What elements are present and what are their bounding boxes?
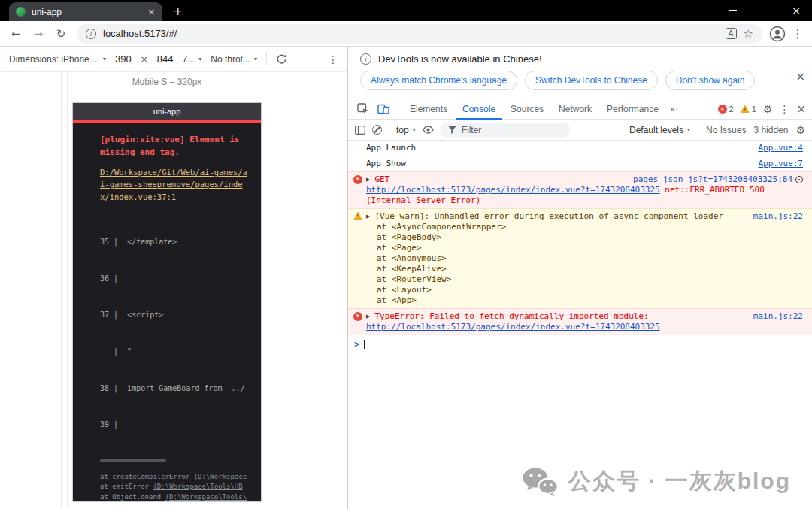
component-stack-line: at <Anonymous> [366, 253, 803, 264]
warning-count: 1 [752, 105, 756, 114]
banner-text: DevTools is now available in Chinese! [378, 53, 542, 65]
code-frame: 35 | </template> 36 | 37 | <script> | ^ … [100, 212, 250, 456]
context-select[interactable]: top ▾ [396, 125, 416, 135]
maximize-button[interactable] [749, 0, 780, 21]
source-link[interactable]: App.vue:7 [758, 159, 803, 169]
expand-triangle-icon[interactable]: ▶ [366, 314, 370, 320]
dont-show-again-button[interactable]: Don't show again [665, 71, 756, 90]
switch-chinese-button[interactable]: Switch DevTools to Chinese [525, 71, 658, 90]
throttle-select-label: No throt... [211, 54, 250, 65]
url-text[interactable]: localhost:5173/#/ [103, 28, 719, 39]
back-icon[interactable]: ← [6, 24, 26, 44]
match-language-button[interactable]: Always match Chrome's language [360, 71, 517, 90]
console-prompt[interactable]: > [348, 335, 812, 353]
component-stack-line: at <PageBody> [366, 232, 803, 243]
source-link[interactable]: App.vue:4 [758, 143, 803, 153]
device-height-input[interactable]: 844 [157, 53, 174, 65]
console-settings-gear-icon[interactable]: ⚙ [795, 124, 805, 136]
request-url-link[interactable]: http://localhost:5173/pages/index/index.… [366, 185, 660, 195]
hidden-messages-counter[interactable]: 3 hidden [753, 125, 788, 135]
stack-file-link[interactable]: (D:\Workspace\Tools\ [165, 493, 247, 501]
error-text: TypeError: Failed to fetch dynamically i… [374, 311, 648, 321]
source-link[interactable]: main.js:22 [753, 311, 803, 322]
wechat-icon [522, 467, 558, 497]
request-initiator-icon[interactable] [795, 176, 803, 183]
component-stack-line: at <Layout> [366, 285, 803, 295]
stack-file-link[interactable]: (D:\Workspace [194, 473, 247, 480]
device-width-input[interactable]: 390 [115, 53, 132, 65]
error-file-link[interactable]: D:/Workspace/Git/Web/ai-games/ai-games-s… [100, 166, 250, 203]
log-levels-select[interactable]: Default levels ▾ [629, 125, 690, 135]
minimize-icon [729, 10, 737, 11]
warning-icon: ! [353, 212, 362, 220]
devtools-menu-icon[interactable]: ⋮ [779, 103, 789, 115]
clear-console-icon[interactable] [372, 125, 382, 135]
tab-network[interactable]: Network [552, 98, 598, 120]
code-line: 35 | </template> [100, 236, 250, 248]
console-log-row: App Show App.vue:7 [348, 156, 812, 172]
banner-close-icon[interactable]: × [795, 70, 805, 83]
translate-icon[interactable]: A [726, 28, 737, 39]
tab-performance[interactable]: Performance [600, 98, 665, 120]
chevron-down-icon: ▾ [687, 126, 690, 133]
site-info-icon[interactable]: i [86, 29, 96, 39]
devtools-pane: i DevTools is now available in Chinese! … [347, 47, 812, 509]
source-link[interactable]: main.js:22 [753, 211, 803, 222]
tab-sources[interactable]: Sources [504, 98, 550, 120]
language-banner: i DevTools is now available in Chinese! … [348, 47, 812, 98]
dimensions-times-icon: × [141, 54, 148, 65]
console-error-typeerror: × ▶TypeError: Failed to fetch dynamicall… [348, 308, 812, 335]
more-tabs-icon[interactable]: » [667, 104, 678, 114]
funnel-icon [448, 126, 456, 134]
zoom-select[interactable]: 7... ▾ [183, 54, 202, 65]
chevron-down-icon: ▾ [198, 56, 201, 62]
browser-menu-icon[interactable]: ⋮ [789, 24, 806, 44]
expand-triangle-icon[interactable]: ▶ [366, 214, 370, 220]
browser-tab[interactable]: uni-app × [9, 2, 162, 21]
stack-file-link[interactable]: (D:\Workspace\Tools\HB [153, 483, 242, 490]
vite-error-overlay[interactable]: [plugin:vite:vue] Element is missing end… [73, 120, 261, 501]
live-expression-eye-icon[interactable] [423, 126, 434, 134]
filter-box[interactable] [441, 123, 570, 138]
log-text: App Show [366, 159, 406, 168]
bookmark-star-icon[interactable]: ☆ [744, 27, 753, 41]
device-toolbar-toggle-icon[interactable] [374, 101, 393, 117]
module-url-link[interactable]: http://localhost:5173/pages/index/index.… [366, 322, 660, 332]
code-scrollbar[interactable] [100, 459, 166, 462]
inspect-icon[interactable] [353, 101, 372, 117]
browser-window: uni-app × + × ← → ↻ i localhost:5173/#/ … [0, 0, 812, 509]
toolbar-separator [698, 124, 698, 136]
console-error-network: × ▶GET http://localhost:5173/pages/index… [348, 171, 812, 209]
maximize-icon [762, 8, 768, 14]
throttle-select[interactable]: No throt... ▾ [211, 54, 257, 65]
warning-count-badge[interactable]: ! 1 [741, 105, 756, 114]
console-filter-input[interactable] [462, 125, 562, 135]
address-bar[interactable]: i localhost:5173/#/ A ☆ [77, 24, 762, 44]
error-count-badge[interactable]: × 2 [718, 105, 734, 114]
console-sidebar-icon[interactable] [355, 126, 365, 135]
rotate-icon[interactable] [276, 54, 287, 64]
device-preset-label[interactable]: Mobile S – 320px [73, 77, 261, 87]
close-window-button[interactable]: × [780, 0, 812, 21]
settings-gear-icon[interactable]: ⚙ [763, 103, 773, 115]
tab-console[interactable]: Console [456, 98, 502, 120]
tab-elements[interactable]: Elements [403, 98, 454, 120]
minimize-button[interactable] [717, 0, 749, 21]
source-link[interactable]: pages-json-js?t=1743208403325:84 [633, 174, 792, 185]
code-line: 37 | <script> [100, 309, 250, 321]
profile-avatar-icon[interactable] [768, 25, 786, 43]
error-icon: × [353, 175, 362, 184]
warning-icon: ! [741, 105, 750, 113]
new-tab-button[interactable]: + [173, 4, 183, 18]
forward-icon[interactable]: → [29, 24, 48, 44]
devtools-close-icon[interactable]: × [796, 102, 806, 116]
device-select[interactable]: Dimensions: iPhone ... ▾ [9, 54, 106, 65]
code-line: 39 | [100, 419, 250, 431]
plugin-tag: [plugin:vite:vue] [100, 135, 185, 144]
expand-triangle-icon[interactable]: ▶ [366, 177, 370, 183]
device-toolbar-menu-icon[interactable]: ⋮ [328, 53, 338, 65]
issues-counter[interactable]: No Issues [706, 125, 746, 135]
component-stack-line: at <App> [366, 295, 803, 306]
tab-close-icon[interactable]: × [147, 7, 156, 17]
reload-icon[interactable]: ↻ [51, 24, 71, 44]
